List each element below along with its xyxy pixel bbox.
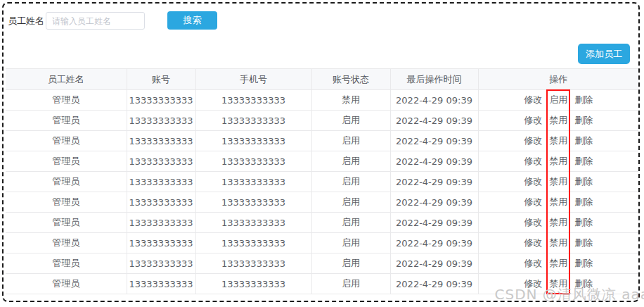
action-modify[interactable]: 修改 xyxy=(524,277,542,290)
cell-actions: 修改禁用删除 xyxy=(478,213,638,233)
table-row: 管理员1333333333313333333333启用2022-4-29 09:… xyxy=(6,274,638,294)
cell-phone: 13333333333 xyxy=(195,233,311,253)
cell-employee-name: 管理员 xyxy=(6,90,127,111)
cell-status: 禁用 xyxy=(311,90,390,111)
cell-last-op-time: 2022-4-29 09:39 xyxy=(390,192,478,213)
action-delete[interactable]: 删除 xyxy=(574,114,593,127)
cell-phone: 13333333333 xyxy=(195,151,311,172)
action-delete[interactable]: 删除 xyxy=(574,277,593,290)
cell-actions: 修改禁用删除 xyxy=(478,131,638,151)
cell-status: 启用 xyxy=(311,111,390,131)
cell-last-op-time: 2022-4-29 09:39 xyxy=(390,233,478,253)
cell-phone: 13333333333 xyxy=(195,131,311,151)
cell-account: 13333333333 xyxy=(127,233,195,253)
cell-actions: 修改禁用删除 xyxy=(478,253,638,274)
table-row: 管理员1333333333313333333333启用2022-4-29 09:… xyxy=(6,131,638,151)
cell-account: 13333333333 xyxy=(127,253,195,274)
action-delete[interactable]: 删除 xyxy=(574,237,593,249)
cell-phone: 13333333333 xyxy=(195,90,311,111)
employee-name-input[interactable] xyxy=(46,12,145,30)
cell-actions: 修改禁用删除 xyxy=(478,233,638,253)
action-delete[interactable]: 删除 xyxy=(574,257,593,270)
action-modify[interactable]: 修改 xyxy=(524,175,542,188)
employee-table: 员工姓名账号手机号账号状态最后操作时间操作 管理员133333333331333… xyxy=(6,68,638,294)
action-toggle[interactable]: 禁用 xyxy=(549,134,567,147)
action-modify[interactable]: 修改 xyxy=(524,216,542,229)
cell-status: 启用 xyxy=(311,274,390,294)
cell-status: 启用 xyxy=(311,131,390,151)
table-row: 管理员1333333333313333333333启用2022-4-29 09:… xyxy=(6,151,638,172)
action-delete[interactable]: 删除 xyxy=(574,155,593,168)
action-modify[interactable]: 修改 xyxy=(524,237,542,249)
action-toggle[interactable]: 启用 xyxy=(549,94,567,106)
action-toggle[interactable]: 禁用 xyxy=(549,277,567,290)
cell-employee-name: 管理员 xyxy=(6,151,127,172)
action-delete[interactable]: 删除 xyxy=(574,94,593,106)
column-header: 员工姓名 xyxy=(6,69,127,90)
cell-actions: 修改启用删除 xyxy=(478,90,638,111)
action-toggle[interactable]: 禁用 xyxy=(549,216,567,229)
table-row: 管理员1333333333313333333333启用2022-4-29 09:… xyxy=(6,233,638,253)
cell-actions: 修改禁用删除 xyxy=(478,111,638,131)
action-modify[interactable]: 修改 xyxy=(524,94,542,106)
cell-last-op-time: 2022-4-29 09:39 xyxy=(390,131,478,151)
action-delete[interactable]: 删除 xyxy=(574,216,593,229)
table-row: 管理员1333333333313333333333启用2022-4-29 09:… xyxy=(6,172,638,192)
action-toggle[interactable]: 禁用 xyxy=(549,257,567,270)
table-row: 管理员1333333333313333333333启用2022-4-29 09:… xyxy=(6,213,638,233)
cell-status: 启用 xyxy=(311,192,390,213)
action-modify[interactable]: 修改 xyxy=(524,155,542,168)
cell-account: 13333333333 xyxy=(127,192,195,213)
cell-account: 13333333333 xyxy=(127,90,195,111)
search-label: 员工姓名 xyxy=(8,13,44,30)
column-header: 最后操作时间 xyxy=(390,69,478,90)
cell-last-op-time: 2022-4-29 09:39 xyxy=(390,90,478,111)
cell-last-op-time: 2022-4-29 09:39 xyxy=(390,111,478,131)
cell-account: 13333333333 xyxy=(127,111,195,131)
cell-account: 13333333333 xyxy=(127,131,195,151)
cell-employee-name: 管理员 xyxy=(6,253,127,274)
add-employee-button[interactable]: 添加员工 xyxy=(578,44,630,64)
cell-phone: 13333333333 xyxy=(195,274,311,294)
cell-account: 13333333333 xyxy=(127,172,195,192)
action-toggle[interactable]: 禁用 xyxy=(549,155,567,168)
action-modify[interactable]: 修改 xyxy=(524,196,542,208)
cell-actions: 修改禁用删除 xyxy=(478,151,638,172)
cell-last-op-time: 2022-4-29 09:39 xyxy=(390,253,478,274)
table-row: 管理员1333333333313333333333启用2022-4-29 09:… xyxy=(6,111,638,131)
cell-status: 启用 xyxy=(311,253,390,274)
cell-phone: 13333333333 xyxy=(195,253,311,274)
action-toggle[interactable]: 禁用 xyxy=(549,175,567,188)
column-header: 账号 xyxy=(127,69,195,90)
cell-employee-name: 管理员 xyxy=(6,213,127,233)
cell-phone: 13333333333 xyxy=(195,213,311,233)
cell-employee-name: 管理员 xyxy=(6,192,127,213)
action-modify[interactable]: 修改 xyxy=(524,134,542,147)
cell-account: 13333333333 xyxy=(127,213,195,233)
table-row: 管理员1333333333313333333333启用2022-4-29 09:… xyxy=(6,192,638,213)
cell-status: 启用 xyxy=(311,172,390,192)
cell-employee-name: 管理员 xyxy=(6,131,127,151)
cell-status: 启用 xyxy=(311,213,390,233)
cell-actions: 修改禁用删除 xyxy=(478,274,638,294)
search-button[interactable]: 搜索 xyxy=(167,11,217,30)
column-header: 操作 xyxy=(478,69,638,90)
action-delete[interactable]: 删除 xyxy=(574,196,593,208)
cell-phone: 13333333333 xyxy=(195,172,311,192)
action-toggle[interactable]: 禁用 xyxy=(549,196,567,208)
table-row: 管理员1333333333313333333333启用2022-4-29 09:… xyxy=(6,253,638,274)
column-header: 手机号 xyxy=(195,69,311,90)
action-delete[interactable]: 删除 xyxy=(574,175,593,188)
cell-status: 启用 xyxy=(311,151,390,172)
cell-account: 13333333333 xyxy=(127,151,195,172)
action-toggle[interactable]: 禁用 xyxy=(549,114,567,127)
action-modify[interactable]: 修改 xyxy=(524,257,542,270)
cell-employee-name: 管理员 xyxy=(6,233,127,253)
cell-status: 启用 xyxy=(311,233,390,253)
action-modify[interactable]: 修改 xyxy=(524,114,542,127)
action-toggle[interactable]: 禁用 xyxy=(549,237,567,249)
cell-employee-name: 管理员 xyxy=(6,172,127,192)
cell-last-op-time: 2022-4-29 09:39 xyxy=(390,151,478,172)
column-header: 账号状态 xyxy=(311,69,390,90)
action-delete[interactable]: 删除 xyxy=(574,134,593,147)
